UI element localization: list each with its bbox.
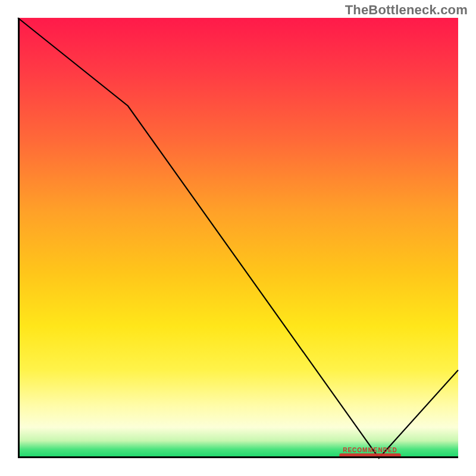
- watermark-text: TheBottleneck.com: [345, 2, 468, 18]
- bottleneck-curve: [18, 18, 458, 458]
- recommended-band: [339, 453, 401, 457]
- line-plot-svg: [18, 18, 458, 458]
- recommended-label: RECOMMENDED: [343, 447, 397, 453]
- chart-container: TheBottleneck.com RECOMMENDED: [0, 0, 476, 476]
- plot-area: RECOMMENDED: [18, 18, 458, 458]
